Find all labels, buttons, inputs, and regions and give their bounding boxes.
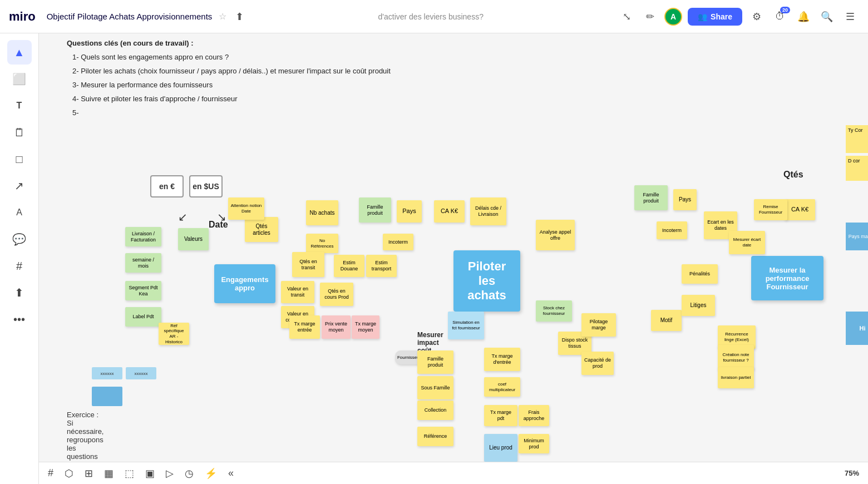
bottom-collapse-icon[interactable]: «	[228, 467, 234, 479]
estim-transport-sticky: Estim transport	[366, 255, 397, 277]
sticky-tool[interactable]: 🗒	[7, 120, 32, 145]
tx-marge-moyen-sticky: Tx marge moyen	[352, 315, 379, 339]
board-title: Objectif Pilotage Achats Approvisionneme…	[47, 12, 213, 21]
attention-sticky: Attention notion Date	[228, 197, 264, 220]
cursor-icon[interactable]: ⤡	[618, 8, 635, 26]
qtes-label: Qtés	[783, 170, 803, 180]
avatar[interactable]: A	[664, 8, 682, 26]
frame-tool[interactable]: ⬜	[7, 67, 32, 91]
miro-logo: miro	[9, 9, 36, 24]
questions-section: Questions clés (en cours de travail) : 1…	[67, 39, 456, 122]
settings-icon[interactable]: ⚙	[748, 8, 766, 26]
bottom-toolbar: # ⬡ ⊞ ▦ ⬚ ▣ ▷ ◷ ⚡ « 75%	[39, 462, 868, 484]
prix-vente-moyen-sticky: Prix vente moyen	[322, 315, 351, 339]
bottom-lightning-icon[interactable]: ⚡	[205, 467, 217, 480]
upload-tool[interactable]: ⬆	[7, 280, 32, 305]
rect-tool[interactable]: □	[7, 147, 32, 171]
famille-produit3-sticky: Famille produit	[634, 185, 668, 210]
select-tool[interactable]: ▲	[7, 40, 32, 65]
d-cor-sticky: D cor	[846, 156, 868, 181]
search-icon[interactable]: 🔍	[818, 8, 836, 26]
stock-fournisseur-sticky: Stock chez fournisseur	[536, 300, 572, 322]
question-5: 5-	[67, 108, 456, 117]
ca-ke3-sticky: CA K€	[785, 199, 815, 220]
bell-icon[interactable]: 🔔	[795, 8, 812, 26]
pays3-sticky: Pays	[673, 189, 697, 210]
semaine-sticky: semaine / mois	[125, 253, 161, 273]
zoom-level[interactable]: 75%	[845, 469, 859, 477]
famille-produit-top-sticky: Famille produit	[359, 197, 391, 223]
arrow-down-left: ↙	[178, 210, 188, 224]
top-toolbar: miro Objectif Pilotage Achats Approvisio…	[0, 0, 868, 33]
coef-mult-sticky: coef multiplicateur	[484, 377, 520, 397]
delais-sticky: Délais cde / Livraison	[470, 197, 506, 225]
penalites-sticky: Pénalités	[682, 264, 718, 284]
placeholder-2: xxxxxx	[126, 367, 156, 379]
grid-tool[interactable]: #	[7, 254, 32, 278]
bottom-timer-icon[interactable]: ◷	[185, 467, 194, 480]
incoterm3-sticky: Incoterm	[657, 221, 687, 239]
engagements-box: Engagements appro	[214, 264, 275, 303]
incoterm-sticky: Incoterm	[383, 234, 413, 250]
share-button[interactable]: 👥 Share	[688, 8, 742, 26]
bottom-export-icon[interactable]: ⬚	[125, 467, 134, 480]
pays-sticky: Pays	[397, 200, 422, 223]
mesurer-ecart-sticky: Mesurer écart date	[729, 231, 765, 254]
badge-count: 20	[780, 7, 790, 13]
nb-achats-sticky: Nb achats	[306, 200, 338, 225]
minimum-prod-sticky: Minimum prod	[519, 434, 549, 453]
canvas: Questions clés (en cours de travail) : 1…	[39, 33, 868, 462]
share-icon: 👥	[698, 12, 707, 21]
search-bar[interactable]: d'activer des leviers business?	[250, 12, 611, 21]
livraison-partiel-sticky: livraison partiel	[718, 367, 754, 388]
ca-ke-top-sticky: CA K€	[434, 200, 465, 223]
toolbar-right: ⤡ ✏ A 👥 Share ⚙ ⏱ 20 🔔 🔍 ☰	[618, 8, 859, 26]
motif-sticky: Motif	[651, 310, 682, 331]
tx-marge-pdt-sticky: Tx marge pdt	[484, 405, 517, 426]
segment-sticky: Segment Pdt Kea	[125, 281, 161, 300]
line-tool[interactable]: ↗	[7, 174, 32, 198]
upload-icon[interactable]: ⬆	[235, 11, 244, 23]
search-placeholder: d'activer des leviers business?	[378, 12, 484, 21]
question-1: 1- Quels sont les engagements appro en c…	[67, 53, 456, 61]
bottom-table-icon[interactable]: ⊞	[85, 467, 93, 480]
qtes-articles-sticky: Qtés articles	[245, 217, 278, 242]
text-tool[interactable]: T	[7, 93, 32, 118]
sous-famille-sticky: Sous Famille	[417, 376, 453, 399]
star-icon[interactable]: ☆	[219, 11, 226, 22]
questions-title: Questions clés (en cours de travail) :	[67, 39, 456, 47]
label-pdt-sticky: Label Pdt	[125, 307, 161, 327]
capacite-prod-sticky: Capacité de prod	[581, 352, 614, 375]
valeur-transit-sticky: Valeur en transit	[281, 281, 314, 303]
us-box: en $US	[189, 175, 223, 197]
more-tool[interactable]: •••	[7, 307, 32, 332]
analyse-appel-sticky: Analyse appel offre	[536, 220, 575, 250]
lieu-prod-sticky: Lieu prod	[484, 434, 517, 462]
simulation-sticky: Simulation en fct fournisseur	[448, 312, 484, 339]
pilotage-marge-sticky: Pilotage marge	[581, 313, 616, 337]
bottom-mindmap-icon[interactable]: ⬡	[65, 467, 73, 480]
creation-note-sticky: Création note fournisseur ?	[718, 345, 754, 370]
bottom-kanban-icon[interactable]: ▦	[104, 467, 114, 480]
remise-fournisseur-sticky: Remise Fournisseur	[754, 199, 787, 220]
blue-box-small	[92, 387, 122, 406]
livraison-sticky: Livraison / Facturation	[125, 227, 161, 246]
pen-tool[interactable]: A	[7, 200, 32, 225]
eur-box: en €	[150, 175, 184, 197]
bottom-video-icon[interactable]: ▷	[166, 467, 174, 480]
bottom-frame-icon[interactable]: #	[48, 467, 53, 479]
frais-approche-sticky: Frais approche	[519, 405, 549, 426]
menu-icon[interactable]: ☰	[841, 8, 859, 26]
ty-cor-sticky: Ty Cor	[846, 125, 868, 153]
tx-marge-entree-sticky: Tx marge entrée	[289, 315, 320, 339]
timer-icon[interactable]: ⏱ 20	[771, 8, 789, 26]
famille-produit2-sticky: Famille produit	[417, 350, 453, 374]
piloter-achats-box: Piloter les achats	[453, 250, 520, 312]
qtes-transit-sticky: Qtés en transit	[292, 252, 324, 277]
comment-tool[interactable]: 💬	[7, 227, 32, 251]
pen-icon[interactable]: ✏	[641, 8, 659, 26]
placeholder-1: xxxxxx	[92, 367, 122, 379]
hi-sticky: Hi	[846, 312, 868, 345]
bottom-image-icon[interactable]: ▣	[145, 467, 155, 480]
question-3: 3- Mesurer la performance des fournisseu…	[67, 81, 456, 89]
